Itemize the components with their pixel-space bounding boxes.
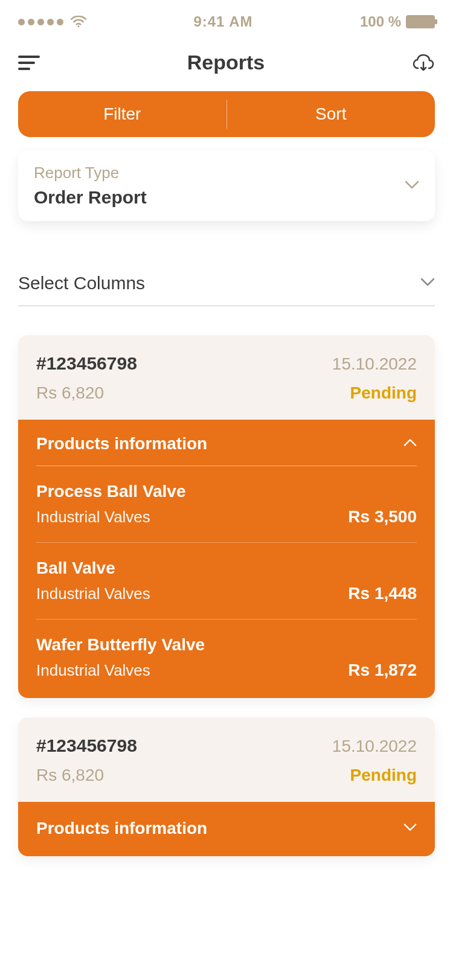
report-type-dropdown[interactable]: Report Type Order Report	[18, 150, 435, 221]
status-bar: 9:41 AM 100 %	[0, 0, 453, 39]
download-button[interactable]	[412, 51, 435, 74]
order-header[interactable]: #12345679815.10.2022Rs 6,820Pending	[18, 335, 435, 420]
products-title: Products information	[36, 434, 207, 453]
order-amount: Rs 6,820	[36, 383, 104, 403]
order-card: #12345679815.10.2022Rs 6,820PendingProdu…	[18, 717, 435, 856]
chevron-down-icon	[405, 181, 419, 191]
status-bar-time: 9:41 AM	[86, 13, 360, 30]
wifi-icon	[71, 16, 86, 28]
cloud-download-icon	[413, 54, 434, 72]
products-toggle[interactable]: Products information	[36, 434, 417, 466]
products-title: Products information	[36, 819, 207, 838]
product-category: Industrial Valves	[36, 508, 150, 527]
chevron-up-icon	[403, 438, 417, 449]
order-amount: Rs 6,820	[36, 766, 104, 785]
order-card: #12345679815.10.2022Rs 6,820PendingProdu…	[18, 335, 435, 698]
order-header[interactable]: #12345679815.10.2022Rs 6,820Pending	[18, 717, 435, 802]
battery-text: 100 %	[360, 13, 401, 30]
chevron-down-icon	[420, 278, 435, 289]
products-toggle[interactable]: Products information	[18, 802, 435, 856]
battery-icon	[406, 15, 435, 28]
order-date: 15.10.2022	[332, 354, 417, 374]
order-id: #123456798	[36, 353, 137, 374]
product-name: Process Ball Valve	[36, 482, 417, 501]
signal-dots-icon	[18, 19, 63, 25]
product-row: Wafer Butterfly ValveIndustrial ValvesRs…	[36, 620, 417, 698]
product-price: Rs 1,448	[348, 584, 417, 603]
status-bar-right: 100 %	[360, 13, 435, 30]
report-type-value: Order Report	[34, 187, 419, 208]
product-price: Rs 3,500	[348, 507, 417, 527]
product-category: Industrial Valves	[36, 584, 150, 603]
status-bar-left	[18, 16, 86, 28]
product-name: Wafer Butterfly Valve	[36, 635, 417, 655]
order-status: Pending	[350, 766, 417, 785]
product-name: Ball Valve	[36, 559, 417, 578]
page-title: Reports	[40, 51, 412, 74]
product-row: Ball ValveIndustrial ValvesRs 1,448	[36, 543, 417, 620]
order-status: Pending	[350, 383, 417, 403]
select-columns-dropdown[interactable]: Select Columns	[18, 273, 435, 306]
menu-button[interactable]	[18, 56, 40, 70]
chevron-down-icon	[403, 823, 417, 834]
filter-button[interactable]: Filter	[18, 91, 226, 137]
nav-bar: Reports	[0, 39, 453, 91]
product-price: Rs 1,872	[348, 661, 417, 680]
select-columns-label: Select Columns	[18, 273, 145, 293]
products-section: Products informationProcess Ball ValveIn…	[18, 420, 435, 698]
order-date: 15.10.2022	[332, 737, 417, 756]
order-id: #123456798	[36, 735, 137, 756]
product-category: Industrial Valves	[36, 661, 150, 680]
report-type-label: Report Type	[34, 164, 419, 182]
product-row: Process Ball ValveIndustrial ValvesRs 3,…	[36, 466, 417, 543]
orders-list: #12345679815.10.2022Rs 6,820PendingProdu…	[18, 335, 435, 856]
filter-sort-bar: Filter Sort	[18, 91, 435, 137]
sort-button[interactable]: Sort	[227, 91, 435, 137]
svg-point-0	[77, 25, 79, 27]
